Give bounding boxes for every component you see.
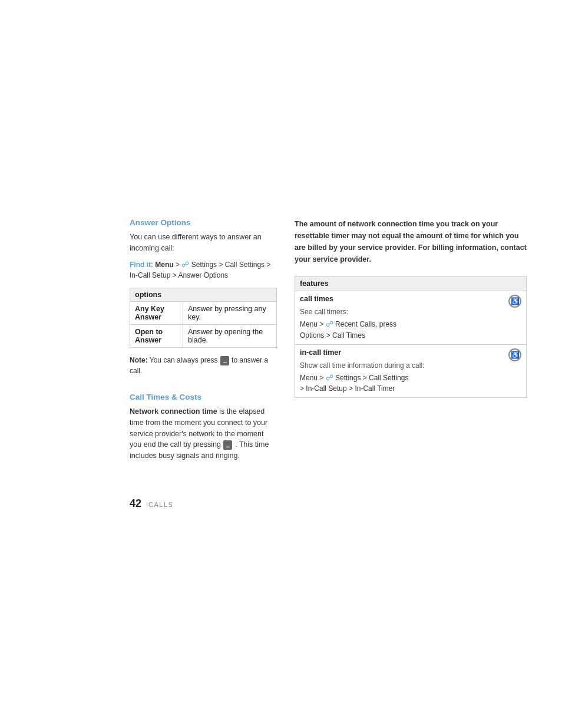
nav-menu-in-call-timer: Menu > ☍ Settings > Call Settings> In-Ca… bbox=[300, 374, 408, 393]
option-key-1: Any KeyAnswer bbox=[130, 302, 183, 325]
note-body: You can always press bbox=[150, 356, 218, 364]
feature-cell-in-call-timer: in-call timer Show call time information… bbox=[295, 344, 527, 398]
end-key-icon-2: ⎯ bbox=[223, 440, 232, 450]
feature-cell-call-times: call times See call timers: Menu > ☍ Rec… bbox=[295, 291, 527, 345]
feature-title-call-times: call times bbox=[300, 295, 521, 308]
features-table: features call times See call timers: bbox=[295, 276, 527, 398]
option-value-2: Answer by opening the blade. bbox=[183, 325, 277, 348]
call-times-section: Call Times & Costs Network connection ti… bbox=[130, 393, 277, 462]
note-text: Note: You can always press ⎯ to answer a… bbox=[130, 355, 277, 376]
feature-row-in-call-timer: in-call timer Show call time information… bbox=[295, 344, 527, 398]
find-it-settings-icon: > ☍ bbox=[176, 261, 191, 269]
answer-options-intro: You can use different ways to answer an … bbox=[130, 232, 277, 254]
call-times-body: Network connection time is the elapsed t… bbox=[130, 406, 277, 462]
feature-title-label-in-call-timer: in-call timer bbox=[300, 348, 341, 357]
answer-options-section: Answer Options You can use different way… bbox=[130, 218, 277, 376]
network-time-bold: Network connection time bbox=[130, 407, 217, 416]
feature-title-label-call-times: call times bbox=[300, 295, 333, 303]
feature-row-call-times: call times See call timers: Menu > ☍ Rec… bbox=[295, 291, 527, 345]
table-row: Any KeyAnswer Answer by pressing any key… bbox=[130, 302, 277, 325]
accessibility-icon-call-times bbox=[508, 295, 521, 308]
option-key-2: Open toAnswer bbox=[130, 325, 183, 348]
find-it-label: Find it: bbox=[130, 261, 153, 269]
options-table-header: options bbox=[130, 288, 277, 302]
page: Answer Options You can use different way… bbox=[0, 0, 562, 728]
page-number: 42 bbox=[130, 498, 141, 510]
end-key-icon: ⎯ bbox=[220, 356, 229, 365]
accessibility-icon-in-call-timer bbox=[508, 348, 521, 361]
left-column: Answer Options You can use different way… bbox=[130, 218, 277, 466]
table-row: Open toAnswer Answer by opening the blad… bbox=[130, 325, 277, 348]
right-column: The amount of network connection time yo… bbox=[295, 218, 527, 466]
feature-nav-call-times: Menu > ☍ Recent Calls, pressOptions > Ca… bbox=[300, 318, 521, 341]
feature-desc-in-call-timer: Show call time information during a call… bbox=[300, 361, 521, 370]
feature-title-in-call-timer: in-call timer bbox=[300, 348, 521, 361]
answer-options-find-it: Find it: Menu > ☍ Settings > Call Settin… bbox=[130, 259, 277, 281]
find-it-menu: Menu bbox=[155, 261, 173, 269]
page-footer: 42 CALLS bbox=[130, 498, 173, 510]
note-label: Note: bbox=[130, 356, 148, 364]
page-section-label: CALLS bbox=[148, 501, 173, 508]
features-table-header: features bbox=[295, 276, 527, 291]
options-table: options Any KeyAnswer Answer by pressing… bbox=[130, 288, 277, 348]
nav-menu-call-times: Menu > ☍ Recent Calls, pressOptions > Ca… bbox=[300, 320, 396, 340]
feature-desc-call-times: See call timers: bbox=[300, 308, 521, 316]
feature-nav-in-call-timer: Menu > ☍ Settings > Call Settings> In-Ca… bbox=[300, 372, 521, 394]
option-value-1: Answer by pressing any key. bbox=[183, 302, 277, 325]
answer-options-heading: Answer Options bbox=[130, 218, 277, 227]
call-times-heading: Call Times & Costs bbox=[130, 393, 277, 401]
billing-notice: The amount of network connection time yo… bbox=[295, 218, 527, 265]
content-area: Answer Options You can use different way… bbox=[0, 0, 562, 466]
